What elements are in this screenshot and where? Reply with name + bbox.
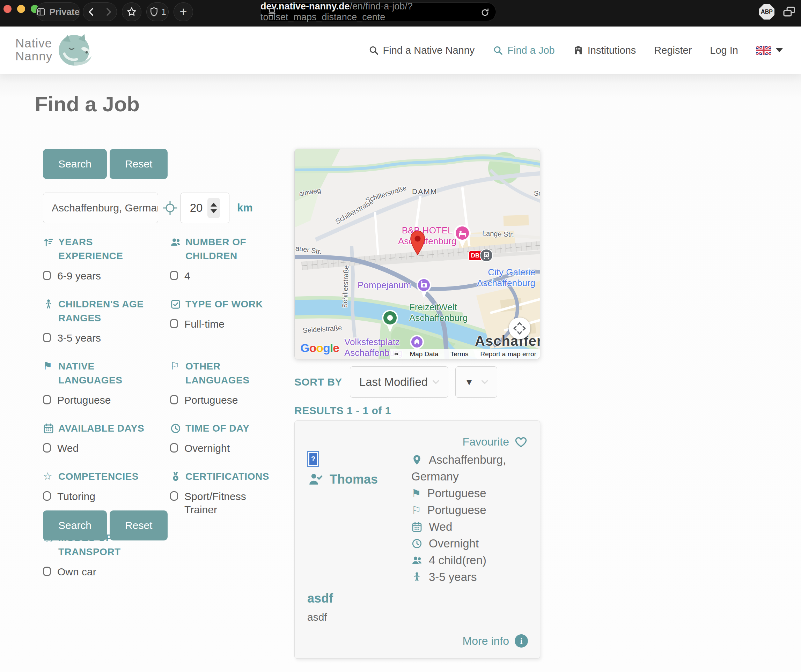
back-button[interactable] (83, 3, 100, 21)
users-icon (411, 555, 423, 566)
poi-city-galerie-label[interactable]: City GalerieAschaffenburg (474, 267, 535, 289)
nav-institutions[interactable]: Institutions (573, 45, 636, 56)
adblock-badge[interactable]: ABP (759, 4, 774, 19)
chevron-left-icon (86, 6, 97, 17)
job-title[interactable]: asdf (307, 591, 333, 606)
filter-group-number-of-children: NUMBER OF CHILDREN 4 (170, 235, 275, 282)
reset-button[interactable]: Reset (109, 149, 167, 179)
flag-filled-icon: ⚑ (411, 487, 421, 500)
site-header: Native Nanny Find a Native Nanny F (0, 27, 801, 74)
location-input[interactable] (43, 192, 158, 223)
fox-logo-icon (52, 31, 94, 68)
poi-pompejanum-label[interactable]: Pompejanum (357, 280, 411, 291)
checkbox-own-car[interactable] (43, 567, 51, 576)
reset-button-bottom[interactable]: Reset (109, 510, 167, 540)
station-marker[interactable] (481, 249, 492, 261)
privacy-report-button[interactable]: 1 (146, 2, 169, 21)
nav-find-nanny-label: Find a Native Nanny (383, 45, 475, 56)
nav-find-a-native-nanny[interactable]: Find a Native Nanny (368, 45, 475, 56)
filter-group-label: YEARS EXPERIENCE (58, 235, 148, 263)
nav-login[interactable]: Log In (710, 45, 738, 56)
hotel-marker[interactable] (454, 225, 471, 250)
calendar-icon (43, 423, 54, 434)
sort-field-select[interactable]: Last Modified (350, 366, 448, 398)
star-icon (126, 6, 137, 18)
pompejanum-camera-marker[interactable] (416, 277, 431, 300)
checkbox-sport-fitness-trainer[interactable] (170, 491, 178, 501)
chevron-down-icon (776, 48, 783, 52)
poi-hotel-label[interactable]: B&B HOTELAschaffenburg (398, 225, 456, 247)
close-window-button[interactable] (3, 5, 11, 13)
detail-children-count: 4 child(ren) (411, 552, 532, 569)
poi-freizeitwelt-label[interactable]: FreizeitWeltAschaffenburg (409, 302, 468, 324)
new-tab-button[interactable]: + (174, 2, 193, 21)
crosshair-icon[interactable] (162, 200, 178, 216)
reader-icon[interactable] (267, 7, 277, 18)
step-down-icon (211, 209, 217, 213)
address-bar[interactable]: dev.native-nanny.de/en/find-a-job/?tools… (260, 2, 496, 21)
filter-group-label: AVAILABLE DAYS (58, 422, 144, 435)
google-logo[interactable]: Google (300, 341, 339, 355)
checkbox-wed[interactable] (43, 443, 51, 452)
screen: Private 1 + dev.native-nanny.de/en/find-… (0, 0, 801, 672)
filter-group-available-days: AVAILABLE DAYS Wed (43, 422, 148, 455)
main-nav: Find a Native Nanny Find a Job Instituti… (368, 27, 783, 74)
site-logo[interactable]: Native Nanny (15, 31, 94, 68)
flag-filled-icon: ⚑ (43, 359, 54, 373)
chevron-right-icon (103, 6, 114, 17)
search-button[interactable]: Search (43, 149, 107, 179)
forward-button[interactable] (100, 3, 117, 21)
nav-register-label: Register (654, 45, 692, 56)
tab-overview-icon[interactable] (782, 5, 796, 19)
checkbox-tutoring[interactable] (43, 491, 51, 501)
checkbox-3-5-years[interactable] (43, 333, 51, 342)
detail-available-day: Wed (411, 518, 532, 535)
detail-native-language: ⚑Portuguese (411, 485, 532, 502)
nav-find-a-job[interactable]: Find a Job (493, 45, 555, 56)
detail-location: Aschaffenburg, Germany (411, 451, 532, 485)
destination-pin-marker[interactable] (409, 230, 426, 258)
checkbox-native-portuguese[interactable] (43, 395, 51, 404)
checkbox-full-time[interactable] (170, 319, 178, 328)
logo-line2: Nanny (15, 50, 52, 63)
building-icon (573, 45, 584, 56)
question-mark: ? (309, 453, 317, 465)
checkbox-6-9-years[interactable] (43, 271, 51, 280)
map-pan-control[interactable] (509, 318, 531, 339)
bookmarks-button[interactable] (122, 2, 142, 21)
map-data-link[interactable]: Map Data (410, 350, 438, 358)
checkbox-overnight[interactable] (170, 443, 178, 452)
checkbox-other-portuguese[interactable] (170, 395, 178, 404)
refresh-icon[interactable] (480, 7, 490, 18)
filter-group-label: COMPETENCIES (58, 470, 138, 484)
keyboard-icon[interactable] (394, 351, 398, 357)
nav-register[interactable]: Register (654, 45, 692, 56)
favourite-button[interactable]: Favourite (463, 435, 528, 449)
minimize-window-button[interactable] (17, 5, 25, 13)
sidebar-private-button[interactable]: Private (36, 2, 80, 21)
checkbox-4-children[interactable] (170, 271, 178, 280)
medal-icon (170, 471, 181, 482)
private-label: Private (49, 6, 80, 18)
sort-direction-value: ▼ (465, 377, 474, 388)
report-map-error-link[interactable]: Report a map error (480, 350, 536, 358)
street-label: Sc (534, 189, 540, 197)
language-switcher[interactable] (756, 46, 783, 55)
candidate-name-row[interactable]: Thomas (308, 472, 378, 487)
option-label: 3-5 years (57, 332, 101, 345)
more-info-button[interactable]: More info i (463, 634, 528, 648)
filter-group-label: CERTIFICATIONS (185, 470, 269, 484)
heart-icon (514, 435, 528, 449)
filter-group-label: TYPE OF WORK (185, 297, 263, 311)
option-label: 6-9 years (57, 269, 101, 282)
window-controls (3, 5, 39, 13)
db-logo-badge[interactable]: DB (469, 251, 481, 260)
option-label: Wed (57, 442, 79, 455)
radius-input[interactable]: 20 (180, 192, 229, 223)
google-map[interactable]: ainweg Schillerstraße Schillerstraße Sch… (294, 149, 540, 359)
sort-direction-select[interactable]: ▼ (455, 366, 497, 398)
freizeitwelt-marker[interactable] (381, 310, 399, 335)
terms-link[interactable]: Terms (450, 350, 469, 358)
radius-stepper[interactable] (207, 198, 220, 218)
search-button-bottom[interactable]: Search (43, 510, 107, 540)
